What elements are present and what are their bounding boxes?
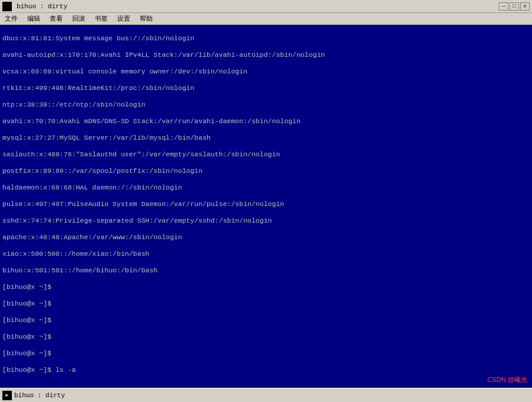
terminal-line: sshd:x:74:74:Privilege-separated SSH:/va… — [2, 217, 530, 225]
terminal-line: haldaemon:x:68:68:HAL daemon:/:/sbin/nol… — [2, 184, 530, 192]
terminal[interactable]: dbus:x:81:81:System message bus:/:/sbin/… — [0, 25, 532, 388]
terminal-line: mysql:x:27:27:MySQL Server:/var/lib/mysq… — [2, 134, 530, 142]
terminal-line: avahi-autoipd:x:170:170:Avahi IPv4LL Sta… — [2, 51, 530, 59]
minimize-button[interactable]: — — [499, 2, 508, 11]
terminal-prompt: [bihuo@x ~]$ — [2, 349, 530, 358]
maximize-button[interactable]: □ — [510, 2, 519, 11]
statusbar-label: bihuo : dirty — [14, 392, 65, 399]
terminal-prompt: [bihuo@x ~]$ — [2, 316, 530, 324]
menu-bookmark[interactable]: 书签 — [92, 14, 110, 24]
menu-rollback[interactable]: 回滚 — [70, 14, 88, 24]
terminal-prompt: [bihuo@x ~]$ — [2, 300, 530, 308]
titlebar: bihuo : dirty — □ ✕ — [0, 0, 532, 13]
terminal-line: avahi:x:70:70:Avahi mDNS/DNS-SD Stack:/v… — [2, 117, 530, 126]
terminal-icon — [2, 2, 12, 11]
menubar: 文件 编辑 查看 回滚 书签 设置 帮助 — [0, 13, 532, 25]
terminal-command: [bihuo@x ~]$ ls -a — [2, 366, 530, 374]
terminal-line: rtkit:x:499:498:RealtimeKit:/proc:/sbin/… — [2, 84, 530, 92]
statusbar: ▶ bihuo : dirty — [0, 388, 532, 402]
terminal-line: saslauth:x:488:76:"Saslauthd user":/var/… — [2, 150, 530, 159]
terminal-line: pulse:x:497:497:PulseAudio System Daemon… — [2, 200, 530, 208]
watermark: CSDN @曦光 — [488, 375, 527, 384]
menu-view[interactable]: 查看 — [47, 14, 65, 24]
terminal-line: apache:x:48:48:Apache:/var/www:/sbin/nol… — [2, 233, 530, 242]
ls-output-1: .bash_profile .dbus .gconf .gnp-agent-in… — [2, 382, 530, 388]
titlebar-left: bihuo : dirty — [2, 2, 67, 11]
close-button[interactable]: ✕ — [520, 2, 530, 11]
terminal-line: ntp:x:38:38::/etc/ntp:/sbin/nologin — [2, 101, 530, 109]
terminal-line: dbus:x:81:81:System message bus:/:/sbin/… — [2, 34, 530, 43]
menu-file[interactable]: 文件 — [2, 14, 20, 24]
terminal-line: vcsa:x:69:69:virtual console memory owne… — [2, 67, 530, 76]
terminal-line: postfix:x:89:89::/var/spool/postfix:/sbi… — [2, 167, 530, 175]
menu-help[interactable]: 帮助 — [137, 14, 155, 24]
terminal-prompt: [bihuo@x ~]$ — [2, 333, 530, 341]
window-controls[interactable]: — □ ✕ — [499, 2, 530, 11]
terminal-line: bihuo:x:501:501::/home/bihuo:/bin/bash — [2, 266, 530, 275]
menu-settings[interactable]: 设置 — [115, 14, 133, 24]
terminal-line: xiao:x:500:500::/home/xiao:/bin/bash — [2, 250, 530, 258]
terminal-prompt: [bihuo@x ~]$ — [2, 283, 530, 291]
window-title: bihuo : dirty — [17, 3, 67, 10]
terminal-status-icon: ▶ — [2, 391, 12, 400]
menu-edit[interactable]: 编辑 — [25, 14, 43, 24]
